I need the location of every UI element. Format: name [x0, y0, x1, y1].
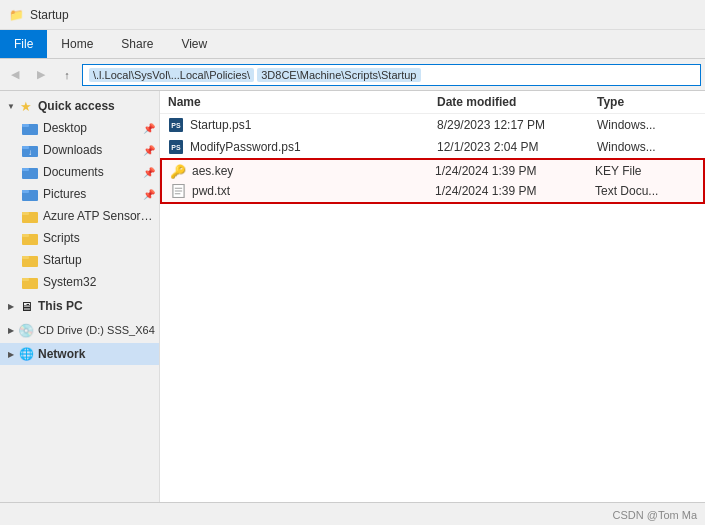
status-text: CSDN @Tom Ma [612, 509, 697, 521]
network-expand-icon: ▶ [4, 347, 18, 361]
sidebar-item-desktop-label: Desktop [43, 121, 87, 135]
svg-rect-14 [22, 256, 29, 259]
sidebar-item-scripts-label: Scripts [43, 231, 80, 245]
cd-drive-icon: 💿 [18, 322, 34, 338]
desktop-folder-icon [22, 120, 38, 136]
sidebar-item-documents[interactable]: Documents 📌 [0, 161, 159, 183]
file-list: PS Startup.ps1 8/29/2023 12:17 PM Window… [160, 114, 705, 502]
col-name-header[interactable]: Name [168, 95, 437, 109]
status-bar: CSDN @Tom Ma [0, 502, 705, 525]
address-path: \.l.Local\SysVol\...Local\Policies\ [89, 68, 254, 82]
tab-file[interactable]: File [0, 30, 47, 58]
sidebar: ▼ ★ Quick access Desktop 📌 ↓ Downloads 📌 [0, 91, 160, 502]
network-label: Network [38, 347, 85, 361]
sidebar-item-system32[interactable]: System32 [0, 271, 159, 293]
quick-access-expand-icon: ▼ [4, 99, 18, 113]
svg-text:↓: ↓ [28, 148, 32, 157]
sidebar-item-startup[interactable]: Startup [0, 249, 159, 271]
file-date-aes-key: 1/24/2024 1:39 PM [435, 164, 595, 178]
pin-icon-desktop: 📌 [143, 123, 155, 134]
cd-drive-section: ▶ 💿 CD Drive (D:) SSS_X64 [0, 319, 159, 341]
nav-forward-button[interactable]: ▶ [30, 64, 52, 86]
quick-access-section: ▼ ★ Quick access Desktop 📌 ↓ Downloads 📌 [0, 95, 159, 293]
tab-view[interactable]: View [167, 30, 221, 58]
file-name-modifypassword: ModifyPassword.ps1 [190, 140, 437, 154]
this-pc-icon: 🖥 [18, 298, 34, 314]
svg-rect-12 [22, 234, 29, 237]
sidebar-item-azure-atp-label: Azure ATP Sensor S... [43, 209, 155, 223]
quick-access-label: Quick access [38, 99, 115, 113]
scripts-folder-icon [22, 230, 38, 246]
address-field[interactable]: \.l.Local\SysVol\...Local\Policies\ 3D8C… [82, 64, 701, 86]
col-date-header[interactable]: Date modified [437, 95, 597, 109]
sidebar-item-scripts[interactable]: Scripts [0, 227, 159, 249]
this-pc-expand-icon: ▶ [4, 299, 18, 313]
svg-rect-1 [22, 124, 29, 127]
svg-rect-8 [22, 190, 29, 193]
title-bar: 📁 Startup [0, 0, 705, 30]
cd-drive-header[interactable]: ▶ 💿 CD Drive (D:) SSS_X64 [0, 319, 159, 341]
azure-atp-folder-icon [22, 208, 38, 224]
pin-icon-documents: 📌 [143, 167, 155, 178]
file-type-aes-key: KEY File [595, 164, 695, 178]
content-header: Name Date modified Type [160, 91, 705, 114]
window-icon: 📁 [8, 7, 24, 23]
pin-icon-downloads: 📌 [143, 145, 155, 156]
sidebar-item-pictures[interactable]: Pictures 📌 [0, 183, 159, 205]
file-date-pwd-txt: 1/24/2024 1:39 PM [435, 184, 595, 198]
nav-back-button[interactable]: ◀ [4, 64, 26, 86]
nav-up-button[interactable]: ↑ [56, 64, 78, 86]
file-name-pwd-txt: pwd.txt [192, 184, 435, 198]
content-area: Name Date modified Type PS Startup.ps1 8… [160, 91, 705, 502]
sidebar-item-system32-label: System32 [43, 275, 96, 289]
cd-drive-label: CD Drive (D:) SSS_X64 [38, 324, 155, 336]
quick-access-header[interactable]: ▼ ★ Quick access [0, 95, 159, 117]
downloads-folder-icon: ↓ [22, 142, 38, 158]
file-name-aes-key: aes.key [192, 164, 435, 178]
ps1-file-icon: PS [168, 117, 184, 133]
tab-home[interactable]: Home [47, 30, 107, 58]
documents-folder-icon [22, 164, 38, 180]
startup-folder-icon [22, 252, 38, 268]
tab-share[interactable]: Share [107, 30, 167, 58]
svg-rect-6 [22, 168, 29, 171]
col-type-header[interactable]: Type [597, 95, 697, 109]
file-type-startup-ps1: Windows... [597, 118, 697, 132]
pin-icon-pictures: 📌 [143, 189, 155, 200]
file-date-modifypassword: 12/1/2023 2:04 PM [437, 140, 597, 154]
ribbon-tabs: File Home Share View [0, 30, 705, 58]
cd-drive-expand-icon: ▶ [4, 323, 18, 337]
table-row[interactable]: 🔑 aes.key 1/24/2024 1:39 PM KEY File [162, 160, 703, 182]
file-type-pwd-txt: Text Docu... [595, 184, 695, 198]
svg-rect-16 [22, 278, 29, 281]
network-section: ▶ 🌐 Network [0, 343, 159, 365]
key-file-icon: 🔑 [170, 163, 186, 179]
this-pc-section: ▶ 🖥 This PC [0, 295, 159, 317]
ribbon: File Home Share View [0, 30, 705, 59]
address-bar: ◀ ▶ ↑ \.l.Local\SysVol\...Local\Policies… [0, 59, 705, 91]
system32-folder-icon [22, 274, 38, 290]
table-row[interactable]: pwd.txt 1/24/2024 1:39 PM Text Docu... [162, 180, 703, 202]
pictures-folder-icon [22, 186, 38, 202]
this-pc-label: This PC [38, 299, 83, 313]
window-title: Startup [30, 8, 69, 22]
table-row[interactable]: PS Startup.ps1 8/29/2023 12:17 PM Window… [160, 114, 705, 136]
sidebar-item-downloads[interactable]: ↓ Downloads 📌 [0, 139, 159, 161]
file-type-modifypassword: Windows... [597, 140, 697, 154]
sidebar-item-pictures-label: Pictures [43, 187, 86, 201]
table-row[interactable]: PS ModifyPassword.ps1 12/1/2023 2:04 PM … [160, 136, 705, 158]
address-path-suffix: 3D8CE\Machine\Scripts\Startup [257, 68, 420, 82]
sidebar-item-azure-atp[interactable]: Azure ATP Sensor S... [0, 205, 159, 227]
main-layout: ▼ ★ Quick access Desktop 📌 ↓ Downloads 📌 [0, 91, 705, 502]
file-name-startup-ps1: Startup.ps1 [190, 118, 437, 132]
sidebar-item-startup-label: Startup [43, 253, 82, 267]
sidebar-item-downloads-label: Downloads [43, 143, 102, 157]
ps1-file-icon-2: PS [168, 139, 184, 155]
sidebar-item-desktop[interactable]: Desktop 📌 [0, 117, 159, 139]
this-pc-header[interactable]: ▶ 🖥 This PC [0, 295, 159, 317]
network-icon: 🌐 [18, 346, 34, 362]
quick-access-star-icon: ★ [18, 98, 34, 114]
network-header[interactable]: ▶ 🌐 Network [0, 343, 159, 365]
file-date-startup-ps1: 8/29/2023 12:17 PM [437, 118, 597, 132]
txt-file-icon [170, 183, 186, 199]
